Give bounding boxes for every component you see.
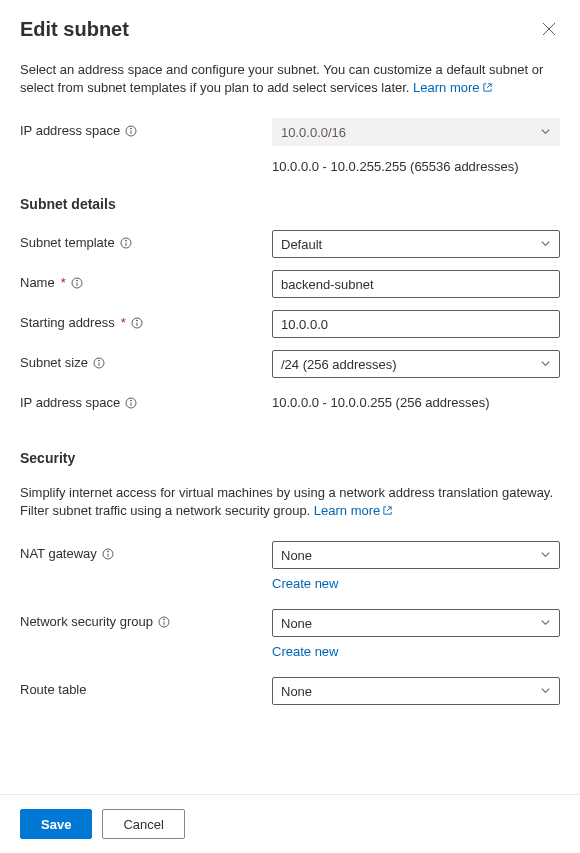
external-link-icon bbox=[482, 80, 493, 98]
svg-point-3 bbox=[125, 240, 126, 241]
cancel-button[interactable]: Cancel bbox=[102, 809, 184, 839]
security-intro-body: Simplify internet access for virtual mac… bbox=[20, 485, 553, 518]
ip-address-space-select[interactable]: 10.0.0.0/16 bbox=[272, 118, 560, 146]
nsg-select[interactable]: None bbox=[272, 609, 560, 637]
subnet-ip-range-value: 10.0.0.0 - 10.0.0.255 (256 addresses) bbox=[272, 390, 560, 410]
svg-point-13 bbox=[107, 551, 108, 552]
name-input[interactable]: backend-subnet bbox=[272, 270, 560, 298]
svg-point-11 bbox=[131, 400, 132, 401]
info-icon[interactable] bbox=[102, 548, 114, 560]
nat-gateway-create-new-link[interactable]: Create new bbox=[272, 576, 560, 591]
intro-text: Select an address space and configure yo… bbox=[20, 61, 560, 98]
subnet-ip-range-label: IP address space bbox=[20, 395, 120, 410]
route-table-label: Route table bbox=[20, 682, 87, 697]
name-input-value: backend-subnet bbox=[281, 277, 374, 292]
svg-point-1 bbox=[131, 128, 132, 129]
name-label: Name bbox=[20, 275, 55, 290]
subnet-template-value: Default bbox=[281, 237, 322, 252]
subnet-details-heading: Subnet details bbox=[20, 196, 560, 212]
svg-point-9 bbox=[98, 360, 99, 361]
security-learn-more-label: Learn more bbox=[314, 503, 380, 518]
info-icon[interactable] bbox=[125, 125, 137, 137]
save-button[interactable]: Save bbox=[20, 809, 92, 839]
route-table-select[interactable]: None bbox=[272, 677, 560, 705]
close-button[interactable] bbox=[538, 18, 560, 43]
svg-point-7 bbox=[136, 320, 137, 321]
chevron-down-icon bbox=[540, 125, 551, 140]
subnet-size-value: /24 (256 addresses) bbox=[281, 357, 397, 372]
starting-address-label: Starting address bbox=[20, 315, 115, 330]
nsg-label: Network security group bbox=[20, 614, 153, 629]
svg-point-15 bbox=[163, 619, 164, 620]
close-icon bbox=[542, 23, 556, 39]
route-table-value: None bbox=[281, 684, 312, 699]
external-link-icon bbox=[382, 503, 393, 521]
starting-address-value: 10.0.0.0 bbox=[281, 317, 328, 332]
ip-address-space-label: IP address space bbox=[20, 123, 120, 138]
required-marker: * bbox=[61, 275, 66, 290]
footer: Save Cancel bbox=[0, 794, 580, 853]
starting-address-input[interactable]: 10.0.0.0 bbox=[272, 310, 560, 338]
subnet-size-select[interactable]: /24 (256 addresses) bbox=[272, 350, 560, 378]
nat-gateway-label: NAT gateway bbox=[20, 546, 97, 561]
info-icon[interactable] bbox=[125, 397, 137, 409]
info-icon[interactable] bbox=[158, 616, 170, 628]
subnet-template-select[interactable]: Default bbox=[272, 230, 560, 258]
info-icon[interactable] bbox=[93, 357, 105, 369]
info-icon[interactable] bbox=[120, 237, 132, 249]
intro-learn-more-link[interactable]: Learn more bbox=[413, 80, 492, 95]
info-icon[interactable] bbox=[131, 317, 143, 329]
nsg-value: None bbox=[281, 616, 312, 631]
ip-address-space-value: 10.0.0.0/16 bbox=[281, 125, 346, 140]
security-intro: Simplify internet access for virtual mac… bbox=[20, 484, 560, 521]
chevron-down-icon bbox=[540, 357, 551, 372]
required-marker: * bbox=[121, 315, 126, 330]
chevron-down-icon bbox=[540, 684, 551, 699]
subnet-template-label: Subnet template bbox=[20, 235, 115, 250]
chevron-down-icon bbox=[540, 548, 551, 563]
nat-gateway-value: None bbox=[281, 548, 312, 563]
nsg-create-new-link[interactable]: Create new bbox=[272, 644, 560, 659]
chevron-down-icon bbox=[540, 237, 551, 252]
security-heading: Security bbox=[20, 450, 560, 466]
nat-gateway-select[interactable]: None bbox=[272, 541, 560, 569]
security-learn-more-link[interactable]: Learn more bbox=[314, 503, 393, 518]
intro-learn-more-label: Learn more bbox=[413, 80, 479, 95]
ip-address-space-range: 10.0.0.0 - 10.0.255.255 (65536 addresses… bbox=[272, 154, 560, 174]
subnet-size-label: Subnet size bbox=[20, 355, 88, 370]
svg-point-5 bbox=[76, 280, 77, 281]
chevron-down-icon bbox=[540, 616, 551, 631]
page-title: Edit subnet bbox=[20, 18, 129, 41]
info-icon[interactable] bbox=[71, 277, 83, 289]
